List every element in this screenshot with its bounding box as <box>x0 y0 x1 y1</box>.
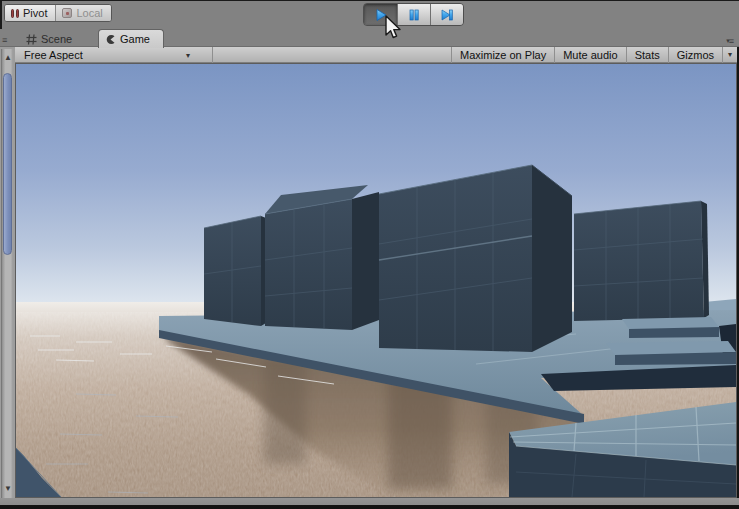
cube-mid-left <box>265 185 379 330</box>
play-button[interactable] <box>364 4 397 25</box>
window-bottom-edge <box>0 498 739 509</box>
tab-game[interactable]: Game <box>98 29 164 48</box>
gizmos-button[interactable]: Gizmos <box>669 47 722 63</box>
play-controls <box>363 3 464 26</box>
pivot-icon <box>11 9 19 18</box>
left-panel-edge: ▲ ▼ <box>0 47 15 498</box>
pivot-button[interactable]: Pivot <box>5 5 55 21</box>
tab-bar: ≡ Scene Game ▾≡ <box>0 29 739 47</box>
main-toolbar: Pivot Local <box>0 1 739 29</box>
game-view-icon <box>105 34 116 45</box>
local-label: Local <box>76 7 102 19</box>
mute-audio-button[interactable]: Mute audio <box>555 47 625 63</box>
step-icon <box>440 8 454 22</box>
rendered-scene <box>16 64 736 497</box>
maximize-on-play-button[interactable]: Maximize on Play <box>452 47 554 63</box>
window-edge <box>0 1 2 29</box>
play-icon <box>374 8 388 22</box>
aspect-label: Free Aspect <box>24 49 83 61</box>
cube-center-big <box>379 165 572 352</box>
pause-icon <box>407 8 421 22</box>
panel-menu-icon-right[interactable]: ▾≡ <box>726 36 733 46</box>
panel-menu-icon-left[interactable]: ≡ <box>2 36 6 45</box>
gizmos-dropdown-arrow[interactable]: ▾ <box>723 47 737 63</box>
scrollbar-down-arrow-icon[interactable]: ▼ <box>2 484 14 494</box>
game-view-toolbar: Free Aspect ▾ Maximize on Play Mute audi… <box>15 47 737 63</box>
step-button[interactable] <box>430 4 463 25</box>
tab-scene-label: Scene <box>41 33 72 45</box>
pause-button[interactable] <box>397 4 430 25</box>
handle-toggle-group: Pivot Local <box>4 4 112 22</box>
stats-button[interactable]: Stats <box>627 47 668 63</box>
game-viewport[interactable] <box>15 63 737 498</box>
tab-game-label: Game <box>120 33 150 45</box>
toolbar-separator <box>212 47 213 63</box>
local-cube-icon <box>62 8 72 18</box>
chevron-down-icon: ▾ <box>186 51 190 60</box>
scrollbar-thumb[interactable] <box>3 73 12 255</box>
aspect-dropdown[interactable]: Free Aspect ▾ <box>15 47 212 63</box>
cube-right <box>574 201 709 321</box>
unity-editor-window: Pivot Local <box>0 0 739 509</box>
scene-grid-icon <box>26 34 37 45</box>
tab-scene[interactable]: Scene <box>26 31 72 47</box>
scrollbar-up-arrow-icon[interactable]: ▲ <box>2 53 14 63</box>
pivot-label: Pivot <box>23 7 47 19</box>
local-button[interactable]: Local <box>55 5 110 21</box>
cube-left <box>204 216 266 326</box>
game-view-panel: Free Aspect ▾ Maximize on Play Mute audi… <box>15 47 739 498</box>
vertical-scrollbar[interactable]: ▲ ▼ <box>1 49 13 498</box>
